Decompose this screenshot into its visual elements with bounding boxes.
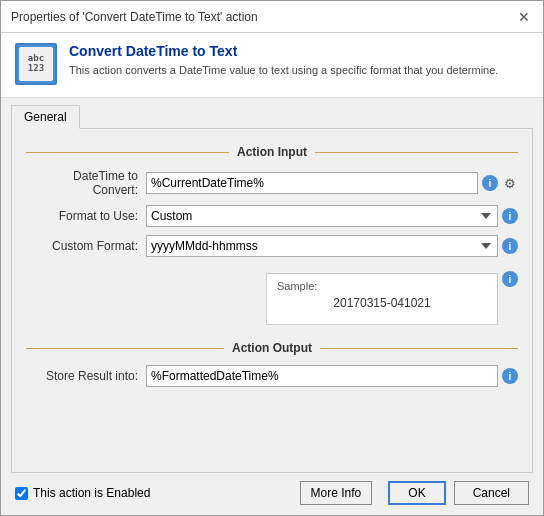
close-button[interactable]: ✕ [515,8,533,26]
enabled-checkbox-wrap: This action is Enabled [15,486,150,500]
sample-label: Sample: [277,280,487,292]
datetime-input[interactable] [146,172,478,194]
datetime-label: DateTime to Convert: [26,169,146,197]
store-info-icon[interactable]: i [502,368,518,384]
dialog-description: This action converts a DateTime value to… [69,63,529,78]
section-output-line-right [320,348,518,349]
sample-value-box: Sample: 20170315-041021 [266,273,498,325]
footer-right: More Info OK Cancel [300,481,529,505]
title-bar: Properties of 'Convert DateTime to Text'… [1,1,543,33]
tab-general[interactable]: General [11,105,80,129]
store-row: Store Result into: i [26,365,518,387]
datetime-info-icon[interactable]: i [482,175,498,191]
format-control-wrap: Custom Short Date Long Date Short Time L… [146,205,518,227]
sample-value: 20170315-041021 [277,296,487,310]
dialog-body: Action Input DateTime to Convert: i ⚙ Fo… [11,128,533,473]
tabs-bar: General [1,98,543,128]
icon-inner: abc123 [19,47,53,81]
ok-button[interactable]: OK [388,481,445,505]
dialog-title-block: Convert DateTime to Text This action con… [69,43,529,78]
datetime-gear-icon[interactable]: ⚙ [502,175,518,191]
section-line-right [315,152,518,153]
store-input[interactable] [146,365,498,387]
sample-box: Sample: 20170315-041021 [146,265,498,333]
custom-format-info-icon[interactable]: i [502,238,518,254]
format-select[interactable]: Custom Short Date Long Date Short Time L… [146,205,498,227]
action-icon: abc123 [15,43,57,85]
custom-format-control-wrap: yyyyMMdd-hhmmss i [146,235,518,257]
section-line-left [26,152,229,153]
dialog-title: Convert DateTime to Text [69,43,529,59]
section-input-header: Action Input [26,145,518,159]
dialog-header: abc123 Convert DateTime to Text This act… [1,33,543,98]
enabled-label: This action is Enabled [33,486,150,500]
datetime-row: DateTime to Convert: i ⚙ [26,169,518,197]
format-row: Format to Use: Custom Short Date Long Da… [26,205,518,227]
custom-format-row: Custom Format: yyyyMMdd-hhmmss i [26,235,518,257]
cancel-button[interactable]: Cancel [454,481,529,505]
format-label: Format to Use: [26,209,146,223]
footer-left: This action is Enabled [15,486,150,500]
section-output-line-left [26,348,224,349]
dialog: Properties of 'Convert DateTime to Text'… [0,0,544,516]
section-input-title: Action Input [229,145,315,159]
sample-info-icon[interactable]: i [502,271,518,287]
section-output-title: Action Output [224,341,320,355]
format-info-icon[interactable]: i [502,208,518,224]
datetime-control-wrap: i ⚙ [146,172,518,194]
more-info-button[interactable]: More Info [300,481,373,505]
section-output-header: Action Output [26,341,518,355]
custom-format-label: Custom Format: [26,239,146,253]
title-bar-text: Properties of 'Convert DateTime to Text'… [11,10,258,24]
store-control-wrap: i [146,365,518,387]
custom-format-select[interactable]: yyyyMMdd-hhmmss [146,235,498,257]
enabled-checkbox[interactable] [15,487,28,500]
dialog-footer: This action is Enabled More Info OK Canc… [1,473,543,515]
store-label: Store Result into: [26,369,146,383]
